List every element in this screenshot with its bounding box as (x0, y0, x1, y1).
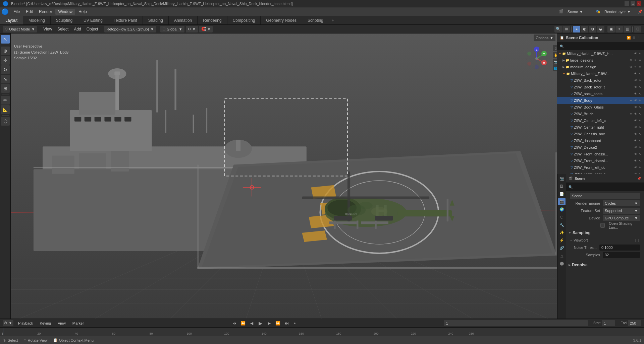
prop-tab-view-layer[interactable]: 📑 (558, 190, 566, 198)
render-engine-dropdown[interactable]: Cycles ▼ (603, 200, 640, 206)
vis-cursor[interactable]: ↖ (638, 132, 643, 136)
vis-eye[interactable]: 👁 (633, 98, 638, 103)
viewport-shading-material[interactable]: ◐ (581, 26, 588, 32)
outliner-more-icon[interactable]: ⋮ (637, 36, 641, 40)
vis-eye[interactable]: 👁 (633, 71, 638, 76)
prop-tab-constraints[interactable]: 🔗 (558, 244, 566, 252)
play-button[interactable]: ▶ (258, 320, 264, 326)
viewport-shading-rendered[interactable]: ◑ (589, 26, 596, 32)
tool-cursor[interactable]: ⊕ (1, 47, 10, 55)
prev-keyframe-button[interactable]: ⏪ (240, 320, 246, 326)
vis-cursor[interactable]: ↖ (638, 138, 643, 143)
outliner-item[interactable]: ▽ Z9W_Front_left_dc 👁 ↖ (557, 164, 644, 171)
viewport-tool-1[interactable]: 🔍 (554, 26, 562, 32)
vis-cursor[interactable]: ↖ (638, 152, 643, 156)
vis-cursor[interactable]: ↖ (638, 85, 643, 89)
vis-cursor[interactable]: ↖ (638, 91, 643, 96)
vis-eye[interactable]: 👁 (633, 138, 638, 143)
vis-eye[interactable]: 👁 (633, 165, 638, 170)
jump-end-button[interactable]: ⏭ (284, 320, 290, 326)
viewport-gizmo-btn[interactable]: ⌖ (615, 26, 623, 32)
outliner-item[interactable]: ▽ Z9W_Center_left_c 👁 ↖ (557, 117, 644, 124)
vis-cursor[interactable]: ↖ (633, 65, 638, 69)
denoise-header[interactable]: ▶ Denoise (569, 261, 641, 269)
viewport-overlay-btn[interactable]: ▣ (607, 26, 615, 32)
timeline-marker-menu[interactable]: Marker (70, 321, 86, 326)
outliner-item[interactable]: ▽ Z9W_Chassis_box 👁 ↖ (557, 131, 644, 137)
tool-rotate[interactable]: ↻ (1, 65, 10, 74)
tab-scripting[interactable]: Scripting (302, 16, 329, 24)
vis-eye[interactable]: 👁 (633, 85, 638, 89)
vis-edit[interactable]: ✏ (638, 58, 643, 63)
snap-dropdown[interactable]: 🧲 ▼ (199, 26, 213, 32)
menu-file[interactable]: File (11, 9, 22, 15)
vis-cursor[interactable]: ↖ (638, 78, 643, 83)
outliner-item[interactable]: ▼ 📁 Military_Harbin_Z-9W... 👁 ↖ (557, 70, 644, 77)
renderlayer-pin[interactable]: 📌 (638, 9, 643, 14)
sampling-header[interactable]: ▼ Sampling (569, 229, 641, 236)
outliner-item[interactable]: ▼ 📁 Military_Harbin_Z-9WZ_H... 👁 ↖ (557, 50, 644, 57)
add-workspace-button[interactable]: + (329, 17, 337, 24)
viewport-shading-wireframe[interactable]: ◒ (597, 26, 604, 32)
tab-animation[interactable]: Animation (169, 16, 198, 24)
tab-layout[interactable]: Layout (0, 16, 23, 24)
outliner-item[interactable]: ▽ Z9W_dashboard 👁 ↖ (557, 137, 644, 144)
open-shading-checkbox[interactable] (600, 223, 605, 228)
retopoflow-dropdown[interactable]: RetopoFlow 3.2.6 (github) ▼ (104, 26, 156, 32)
vis-cursor[interactable]: ↖ (638, 105, 643, 110)
vis-cursor[interactable]: ↖ (638, 172, 643, 174)
vis-eye[interactable]: 👁 (633, 91, 638, 96)
outliner-funnel-icon[interactable]: ⊞ (632, 36, 636, 40)
outliner-item[interactable]: ▽ Z9W_Back_rotor 👁 ↖ (557, 77, 644, 84)
vis-edit[interactable]: ✏ (638, 65, 643, 69)
properties-pin[interactable]: 📌 (637, 176, 641, 181)
outliner-item[interactable]: ▽ Z9W_Device2 👁 ↖ (557, 144, 644, 151)
prev-frame-button[interactable]: ◀ (249, 320, 255, 326)
menu-render[interactable]: Render (36, 9, 55, 15)
timeline-ruler[interactable]: 1 20 40 60 80 100 120 140 160 180 200 22… (0, 328, 644, 336)
prop-tab-data[interactable]: △ (558, 252, 566, 259)
timeline-keying-menu[interactable]: Keying (38, 321, 53, 326)
tool-annotate[interactable]: ✏ (1, 96, 10, 105)
tool-transform[interactable]: ⊞ (1, 84, 10, 93)
gizmo-camera-btn[interactable]: 📷 (553, 59, 557, 65)
next-keyframe-button[interactable]: ⏩ (275, 320, 281, 326)
tab-rendering[interactable]: Rendering (198, 16, 227, 24)
viewport-subsection-header[interactable]: ▼ Viewport ⋮⋮ (569, 236, 641, 244)
prop-tab-material[interactable]: ⬤ (558, 260, 566, 267)
close-button[interactable]: ✕ (637, 1, 641, 6)
end-frame-input[interactable]: 250 (628, 320, 641, 326)
scene-selector[interactable]: Scene ▼ (566, 8, 592, 15)
viewport-tool-2[interactable]: ⊞ (562, 26, 570, 32)
prop-tab-particles[interactable]: ✨ (558, 229, 566, 236)
outliner-item[interactable]: ▽ Z9W_back_seats 👁 ↖ (557, 90, 644, 97)
tool-scale[interactable]: ⤡ (1, 75, 10, 83)
properties-search-input[interactable] (574, 185, 641, 189)
vis-eye[interactable]: 👁 (629, 65, 633, 69)
vis-eye[interactable]: 👁 (633, 112, 638, 116)
tab-uv-editing[interactable]: UV Editing (78, 16, 108, 24)
vis-cursor[interactable]: ↖ (638, 165, 643, 170)
vis-cursor[interactable]: ↖ (638, 158, 643, 163)
prop-tab-render[interactable]: 📷 (558, 175, 566, 182)
noise-threshold-value[interactable]: 0.1000 (599, 245, 640, 251)
tab-shading[interactable]: Shading (143, 16, 169, 24)
tab-sculpting[interactable]: Sculpting (51, 16, 78, 24)
tool-move[interactable]: ✛ (1, 56, 10, 65)
vis-cursor[interactable]: ↖ (638, 145, 643, 150)
outliner-search-input[interactable] (565, 44, 641, 48)
vis-eye[interactable]: 👁 (633, 105, 638, 110)
outliner-item[interactable]: ▽ Z9W_Center_right 👁 ↖ (557, 124, 644, 131)
vis-eye[interactable]: 👁 (633, 145, 638, 150)
timeline-mode-dropdown[interactable]: ⏱ ▼ (3, 320, 13, 326)
outliner-item[interactable]: ▽ Z9W_Body_Glass 👁 ↖ (557, 104, 644, 111)
transform-space-dropdown[interactable]: ⊞ Global ▼ (160, 26, 184, 32)
view-menu[interactable]: View (41, 26, 54, 32)
timeline-playback-menu[interactable]: Playback (16, 321, 35, 326)
vis-eye[interactable]: 👁 (629, 58, 633, 63)
menu-help[interactable]: Help (76, 9, 90, 15)
pivot-dropdown[interactable]: ⊙ ▼ (186, 26, 198, 32)
outliner-item[interactable]: ▽ Z9W_Bruch ✏ 👁 ↖ (557, 111, 644, 117)
next-frame-button[interactable]: ▶ (266, 320, 272, 326)
vis-cursor[interactable]: ↖ (638, 118, 643, 123)
